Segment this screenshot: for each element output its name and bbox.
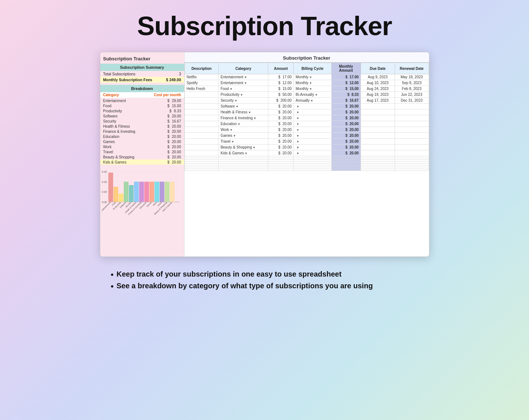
billing-dropdown-arrow[interactable]: ▼ (296, 111, 299, 114)
td-category[interactable]: Beauty & Shopping▼ (219, 145, 268, 150)
td-monthly: $ 12.00 (331, 80, 361, 86)
th-renewal-date: Renewal Date (395, 63, 429, 74)
billing-dropdown-arrow[interactable]: ▼ (309, 76, 312, 79)
summary-header: Subscription Summary (100, 64, 184, 71)
td-monthly: $ 8.33 (331, 92, 361, 98)
category-dropdown-arrow[interactable]: ▼ (230, 128, 233, 132)
td-billing[interactable]: Monthly▼ (294, 86, 331, 92)
svg-text:30.00: 30.00 (102, 170, 107, 173)
breakdown-row: Food $ 15.00 (100, 103, 184, 108)
category-value: Games (220, 134, 232, 138)
cost-value: 20.00 (172, 114, 181, 118)
category-dropdown-arrow[interactable]: ▼ (238, 123, 241, 126)
svg-rect-29 (160, 182, 164, 202)
breakdown-cost: $ 20.00 (167, 140, 181, 144)
billing-dropdown-arrow[interactable]: ▼ (296, 128, 299, 132)
td-category[interactable]: Travel▼ (219, 139, 268, 145)
category-value: Finance & Investing (220, 116, 253, 120)
breakdown-row: Kids & Games $ 20.00 (100, 160, 184, 165)
billing-dropdown-arrow[interactable]: ▼ (315, 93, 318, 97)
td-category[interactable]: Productivity▼ (219, 92, 268, 98)
spreadsheet-wrapper: Subscription Tracker Subscription Summar… (100, 52, 429, 257)
td-monthly: $ 20.00 (331, 133, 361, 139)
td-renewal-date (395, 169, 429, 171)
category-dropdown-arrow[interactable]: ▼ (253, 117, 256, 120)
category-dropdown-arrow[interactable]: ▼ (236, 105, 239, 108)
td-category[interactable]: Work▼ (219, 127, 268, 133)
category-dropdown-arrow[interactable]: ▼ (233, 134, 236, 138)
category-dropdown-arrow[interactable]: ▼ (231, 140, 234, 143)
td-monthly: $ 20.00 (331, 121, 361, 127)
billing-dropdown-arrow[interactable]: ▼ (309, 87, 312, 91)
td-category[interactable]: Education▼ (219, 121, 268, 127)
billing-dropdown-arrow[interactable]: ▼ (296, 105, 299, 108)
td-category[interactable]: Entertainment▼ (219, 80, 268, 86)
td-billing[interactable]: ▼ (294, 150, 331, 156)
table-row: Education▼ $ 20.00 ▼ $ 20.00 (185, 121, 429, 127)
td-category[interactable]: Security▼ (219, 98, 268, 104)
td-category[interactable] (219, 169, 268, 171)
td-category[interactable]: Entertainment▼ (219, 74, 268, 80)
breakdown-cost: $ 20.00 (167, 145, 181, 149)
td-billing[interactable]: ▼ (294, 104, 331, 109)
billing-dropdown-arrow[interactable]: ▼ (296, 152, 299, 155)
category-dropdown-arrow[interactable]: ▼ (240, 93, 243, 97)
billing-dropdown-arrow[interactable]: ▼ (309, 82, 312, 85)
svg-text:Games: Games (146, 201, 152, 207)
th-due-date: Due Date (361, 63, 395, 74)
billing-dropdown-arrow[interactable]: ▼ (296, 123, 299, 126)
billing-dropdown-arrow[interactable]: ▼ (296, 140, 299, 143)
td-category[interactable]: Games▼ (219, 133, 268, 139)
td-billing[interactable]: ▼ (294, 145, 331, 150)
td-billing[interactable]: Bi-Annually▼ (294, 92, 331, 98)
category-dropdown-arrow[interactable]: ▼ (245, 152, 247, 155)
billing-dropdown-arrow[interactable]: ▼ (296, 146, 299, 149)
category-dropdown-arrow[interactable]: ▼ (244, 76, 247, 79)
bullet-text-2: See a breakdown by category of what type… (116, 282, 373, 290)
td-billing[interactable]: ▼ (294, 115, 331, 121)
category-dropdown-arrow[interactable]: ▼ (248, 111, 251, 114)
td-category[interactable]: Software▼ (219, 104, 268, 109)
cost-value: 20.00 (172, 150, 181, 154)
td-billing[interactable] (294, 169, 331, 171)
td-billing[interactable]: ▼ (294, 121, 331, 127)
th-amount: Amount (268, 63, 294, 74)
td-billing[interactable]: ▼ (294, 133, 331, 139)
td-monthly: $ 20.00 (331, 109, 361, 115)
breakdown-cost: $ 20.00 (167, 130, 181, 134)
td-renewal-date (395, 139, 429, 145)
td-billing[interactable]: ▼ (294, 127, 331, 133)
td-billing[interactable]: ▼ (294, 109, 331, 115)
breakdown-row: Games $ 20.00 (100, 139, 184, 144)
category-dropdown-arrow[interactable]: ▼ (230, 87, 232, 91)
cost-value: 29.00 (172, 99, 181, 103)
table-row: Beauty & Shopping▼ $ 20.00 ▼ $ 20.00 (185, 145, 429, 150)
td-amount: $ 20.00 (268, 115, 294, 121)
td-category[interactable]: Finance & Investing▼ (219, 115, 268, 121)
billing-dropdown-arrow[interactable]: ▼ (296, 134, 299, 138)
billing-dropdown-arrow[interactable]: ▼ (310, 99, 313, 102)
total-subs-value: 3 (179, 72, 181, 76)
breakdown-row: Entertainment $ 29.00 (100, 98, 184, 103)
breakdown-row: Education $ 20.00 (100, 134, 184, 139)
td-renewal-date: Sep 8, 2023 (395, 80, 429, 86)
td-description (185, 121, 219, 127)
td-category[interactable]: Kids & Games▼ (219, 150, 268, 156)
dollar-sign: $ (167, 145, 169, 149)
td-category[interactable]: Food▼ (219, 86, 268, 92)
main-table: Description Category Amount Billing Cycl… (185, 63, 429, 171)
category-dropdown-arrow[interactable]: ▼ (253, 146, 256, 149)
td-billing[interactable]: Annually▼ (294, 98, 331, 104)
td-billing[interactable]: Monthly▼ (294, 74, 331, 80)
category-dropdown-arrow[interactable]: ▼ (235, 99, 238, 102)
breakdown-category: Health & Fitness (103, 124, 130, 128)
category-dropdown-arrow[interactable]: ▼ (244, 82, 247, 85)
td-billing[interactable]: Monthly▼ (294, 80, 331, 86)
td-amount: $ 20.00 (268, 145, 294, 150)
td-description (185, 169, 219, 171)
td-billing[interactable]: ▼ (294, 139, 331, 145)
breakdown-category: Software (103, 114, 118, 118)
td-category[interactable]: Health & Fitness▼ (219, 109, 268, 115)
billing-dropdown-arrow[interactable]: ▼ (296, 117, 299, 120)
td-due-date (361, 169, 395, 171)
